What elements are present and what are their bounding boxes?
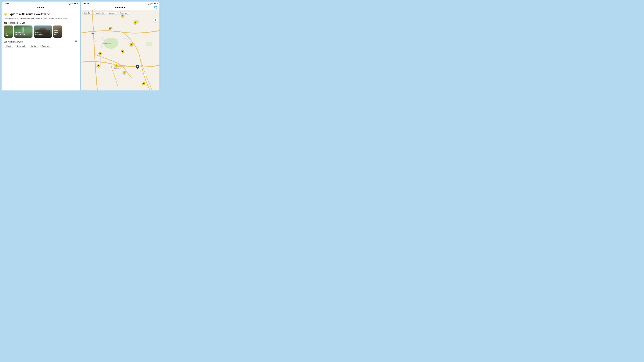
- location-card-3[interactable]: DartmoorNational Park 369 routes: [34, 25, 52, 38]
- map-area[interactable]: Difficulty ▾ Route length ▾ Elevation ▾ …: [81, 10, 160, 90]
- hero-subtitle: Our hiking and walking routes have been …: [4, 17, 77, 19]
- marker-48[interactable]: 48: [121, 49, 125, 53]
- top-locations-title: Top locations near you: [4, 22, 77, 24]
- nearby-title: 296 routes near you: [4, 41, 23, 43]
- right-phone: 09:26 📶 ‹ 329 routes: [81, 1, 160, 90]
- filter-chips-left: Difficulty ▾ Route length ▾ Elevation ▾ …: [4, 45, 77, 47]
- signal-icon-left: [69, 3, 71, 4]
- card-name-2: SnowdoniaNational Park: [15, 32, 32, 35]
- status-icons-right: 📶: [148, 3, 157, 4]
- card-name-4: MourMourArea: [54, 30, 61, 35]
- signal-icon-right: [148, 3, 151, 4]
- back-button[interactable]: ‹: [84, 6, 84, 9]
- map-roads: [81, 10, 160, 90]
- map-chip-route-length-arrow: ▾: [104, 12, 105, 14]
- chip-elevation-arrow: ▾: [37, 45, 38, 47]
- chip-difficulty-label: Difficulty: [6, 45, 12, 47]
- hero-emoji: 🧭: [4, 13, 7, 15]
- marker-98[interactable]: 98: [114, 64, 118, 68]
- chip-difficulty[interactable]: Difficulty ▾: [4, 45, 14, 47]
- map-chip-route-type-arrow: ▾: [128, 12, 129, 14]
- battery-icon-right: [154, 3, 157, 4]
- left-phone: 09:25 📶 Routes 🧭Explore 4: [2, 1, 80, 90]
- card-name-3: DartmoorNational Park: [35, 32, 51, 35]
- wifi-icon-right: 📶: [151, 3, 153, 4]
- nearby-header: 296 routes near you: [4, 40, 77, 43]
- chip-route-length[interactable]: Route length ▾: [15, 45, 28, 47]
- road-label-a15: A15: [92, 32, 95, 34]
- hero-title: 🧭Explore 490k routes worldwide: [4, 12, 77, 16]
- marker-5[interactable]: 5: [96, 64, 100, 68]
- location-card-4[interactable]: MourMourArea 85 routes: [53, 25, 62, 38]
- svg-point-18: [155, 19, 156, 20]
- location-card-1[interactable]: ictPark: [4, 25, 13, 38]
- chip-difficulty-arrow: ▾: [12, 45, 12, 47]
- status-icons-left: 📶: [69, 3, 77, 4]
- card-name-1: ictPark: [5, 33, 12, 37]
- time-right: 09:26: [84, 2, 89, 5]
- map-chip-route-length[interactable]: Route length ▾: [94, 11, 106, 14]
- filter-icon[interactable]: [74, 40, 77, 43]
- nav-bar-right: ‹ 329 routes: [81, 5, 160, 10]
- svg-rect-12: [146, 41, 152, 46]
- map-chip-elevation-arrow: ▾: [116, 12, 116, 14]
- nav-title-right: 329 routes: [115, 6, 126, 9]
- town-label-sleaford: Sleaford: [114, 67, 120, 69]
- map-chip-difficulty[interactable]: Difficulty ▾: [82, 11, 93, 14]
- nature-reserve-label: Bloxholm WoodNature Reserve: [102, 41, 111, 44]
- marker-39[interactable]: 39: [130, 42, 133, 46]
- card-routes-3: 369 routes: [35, 35, 51, 37]
- map-chip-route-length-label: Route length: [95, 12, 104, 14]
- nav-bar-left: Routes: [2, 5, 80, 10]
- chip-route-type-label: Route type: [42, 45, 49, 47]
- map-filter-bar: Difficulty ▾ Route length ▾ Elevation ▾ …: [82, 11, 158, 14]
- map-chip-route-type-label: Route type: [120, 12, 128, 14]
- chip-elevation-label: Elevation: [30, 45, 37, 47]
- battery-icon-left: [74, 3, 77, 4]
- svg-point-4: [156, 6, 156, 7]
- chip-route-length-arrow: ▾: [26, 45, 26, 47]
- chip-elevation[interactable]: Elevation ▾: [29, 45, 40, 47]
- nav-title-left: Routes: [37, 6, 44, 9]
- map-chip-difficulty-arrow: ▾: [90, 12, 91, 14]
- chip-route-type[interactable]: Route type ▾: [40, 45, 52, 47]
- chip-route-type-arrow: ▾: [50, 45, 50, 47]
- locations-scroll: ictPark SnowdoniaNational Park 888 route…: [4, 25, 77, 38]
- location-button[interactable]: [153, 17, 158, 22]
- map-chip-difficulty-label: Difficulty: [84, 12, 90, 14]
- map-chip-elevation-label: Elevation: [109, 12, 115, 14]
- road-label-a17: A17: [142, 74, 146, 76]
- marker-35[interactable]: 35: [108, 26, 112, 30]
- svg-point-6: [154, 7, 156, 7]
- time-left: 09:25: [4, 2, 9, 5]
- filter-button[interactable]: [154, 6, 157, 9]
- card-routes-2: 888 routes: [15, 35, 32, 37]
- chip-route-length-label: Route length: [17, 45, 25, 47]
- location-card-2[interactable]: SnowdoniaNational Park 888 routes: [14, 25, 32, 38]
- marker-13[interactable]: 13: [98, 52, 102, 55]
- svg-point-8: [156, 8, 156, 8]
- marker-31[interactable]: 31: [122, 70, 126, 74]
- marker-14[interactable]: 14: [142, 82, 146, 86]
- map-chip-elevation[interactable]: Elevation ▾: [107, 11, 118, 14]
- left-content: 🧭Explore 490k routes worldwide Our hikin…: [2, 10, 80, 90]
- osm-credit: © OSM: [82, 90, 86, 90]
- status-bar-left: 09:25 📶: [2, 1, 80, 5]
- map-pin[interactable]: [136, 65, 139, 69]
- status-bar-right: 09:26 📶: [81, 1, 160, 5]
- card-routes-4: 85 routes: [54, 35, 61, 37]
- wifi-icon-left: 📶: [72, 3, 73, 4]
- svg-point-19: [137, 66, 138, 67]
- marker-22[interactable]: 22: [133, 20, 137, 24]
- map-chip-route-type[interactable]: Route type ▾: [118, 11, 130, 14]
